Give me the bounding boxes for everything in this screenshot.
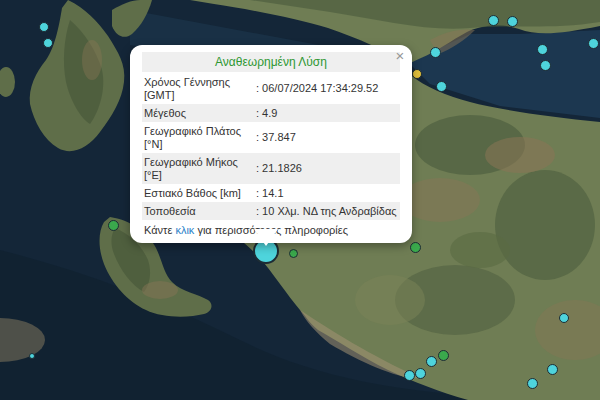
footer-text: Κάντε <box>144 224 175 236</box>
earthquake-info-popup: × Αναθεωρημένη Λύση Χρόνος Γέννησης [GMT… <box>130 45 412 243</box>
earthquake-marker[interactable] <box>43 38 53 48</box>
row-value: : 4.9 <box>256 107 398 120</box>
earthquake-marker[interactable] <box>537 44 548 55</box>
table-row-magnitude: Μέγεθος : 4.9 <box>142 104 400 122</box>
row-label: Χρόνος Γέννησης [GMT] <box>144 76 256 102</box>
row-value: : 21.1826 <box>256 162 398 175</box>
earthquake-marker[interactable] <box>410 242 421 253</box>
earthquake-marker[interactable] <box>507 16 518 27</box>
earthquake-marker[interactable] <box>426 356 437 367</box>
row-value: : 06/07/2024 17:34:29.52 <box>256 82 398 95</box>
earthquake-marker[interactable] <box>430 47 441 58</box>
earthquake-marker[interactable] <box>540 60 551 71</box>
table-row-latitude: Γεωγραφικό Πλάτος [°N] : 37.847 <box>142 122 400 153</box>
earthquake-marker[interactable] <box>488 15 499 26</box>
earthquake-marker[interactable] <box>412 69 422 79</box>
row-value: : 10 Χλμ. ΝΔ της Ανδραβίδας <box>256 205 398 218</box>
earthquake-marker[interactable] <box>527 378 538 389</box>
earthquake-marker[interactable] <box>289 249 298 258</box>
popup-tail <box>254 229 278 246</box>
row-value: : 37.847 <box>256 131 398 144</box>
table-row-location: Τοποθεσία : 10 Χλμ. ΝΔ της Ανδραβίδας <box>142 202 400 220</box>
earthquake-marker[interactable] <box>415 368 426 379</box>
row-label: Μέγεθος <box>144 107 256 120</box>
earthquake-marker[interactable] <box>588 38 599 49</box>
close-icon[interactable]: × <box>392 48 408 64</box>
row-value: : 14.1 <box>256 187 398 200</box>
earthquake-marker[interactable] <box>436 81 447 92</box>
earthquake-marker[interactable] <box>404 370 415 381</box>
earthquake-marker[interactable] <box>559 313 569 323</box>
row-label: Τοποθεσία <box>144 205 256 218</box>
row-label: Γεωγραφικό Πλάτος [°N] <box>144 125 256 151</box>
table-row-depth: Εστιακό Βάθος [km] : 14.1 <box>142 184 400 202</box>
table-row-origin-time: Χρόνος Γέννησης [GMT] : 06/07/2024 17:34… <box>142 73 400 104</box>
table-row-longitude: Γεωγραφικό Μήκος [°E] : 21.1826 <box>142 153 400 184</box>
more-info-link[interactable]: κλικ <box>175 224 194 236</box>
earthquake-marker[interactable] <box>108 220 119 231</box>
popup-table: Χρόνος Γέννησης [GMT] : 06/07/2024 17:34… <box>142 73 400 220</box>
earthquake-marker[interactable] <box>29 353 35 359</box>
row-label: Γεωγραφικό Μήκος [°E] <box>144 156 256 182</box>
earthquake-marker[interactable] <box>39 22 49 32</box>
earthquake-marker[interactable] <box>547 364 558 375</box>
map[interactable]: × Αναθεωρημένη Λύση Χρόνος Γέννησης [GMT… <box>0 0 600 400</box>
earthquake-marker[interactable] <box>438 350 449 361</box>
popup-title: Αναθεωρημένη Λύση <box>142 52 400 72</box>
row-label: Εστιακό Βάθος [km] <box>144 187 256 200</box>
